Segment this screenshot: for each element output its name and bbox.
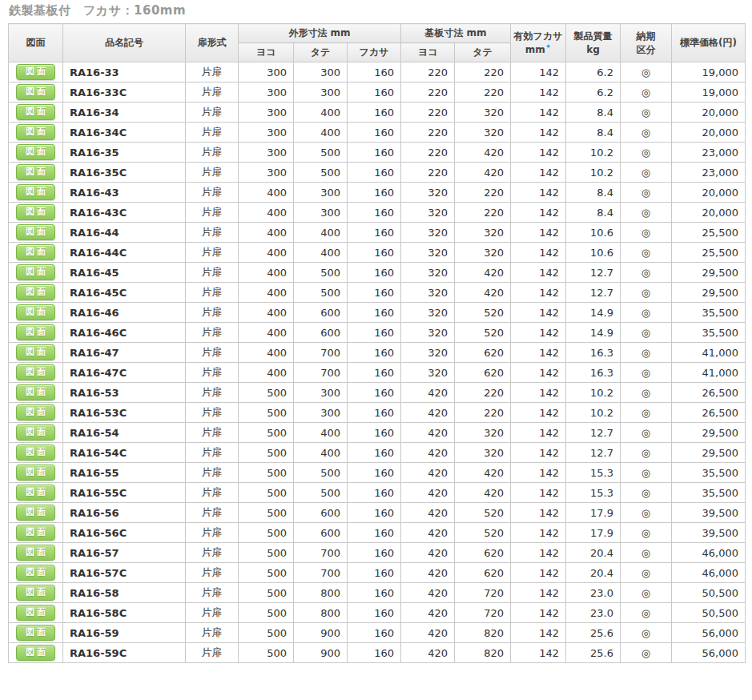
drawing-button[interactable]: 図面: [16, 525, 55, 541]
outer-height-cell: 800: [294, 583, 348, 603]
drawing-button[interactable]: 図面: [16, 164, 55, 180]
col-header-door-type: 扉形式: [186, 24, 239, 62]
outer-depth-cell: 160: [348, 583, 401, 603]
outer-depth-cell: 160: [348, 343, 401, 363]
outer-width-cell: 400: [239, 183, 294, 203]
board-width-cell: 420: [401, 523, 455, 543]
drawing-button[interactable]: 図面: [16, 284, 55, 300]
delivery-mark: ◎: [621, 463, 672, 483]
board-height-cell: 820: [455, 643, 511, 663]
delivery-mark: ◎: [621, 563, 672, 583]
price-cell: 29,500: [672, 443, 746, 463]
drawing-button[interactable]: 図面: [16, 144, 55, 160]
drawing-button[interactable]: 図面: [16, 64, 55, 80]
product-code-cell: RA16-35: [63, 143, 186, 163]
drawing-button-cell: 図面: [9, 403, 63, 423]
door-type-cell: 片扉: [186, 283, 239, 303]
outer-height-cell: 600: [294, 323, 348, 343]
drawing-button[interactable]: 図面: [16, 545, 55, 561]
drawing-button-cell: 図面: [9, 563, 63, 583]
drawing-button-cell: 図面: [9, 183, 63, 203]
outer-height-cell: 500: [294, 143, 348, 163]
delivery-mark: ◎: [621, 223, 672, 243]
table-row: 図面RA16-44片扉40040016032032014210.6◎25,500: [9, 223, 746, 243]
board-height-cell: 620: [455, 543, 511, 563]
col-subheader-outer-height: タテ: [294, 43, 348, 62]
price-cell: 29,500: [672, 283, 746, 303]
col-group-board-dimensions: 基板寸法 mm: [401, 24, 511, 43]
effective-depth-cell: 142: [511, 62, 566, 82]
price-cell: 35,500: [672, 303, 746, 323]
drawing-button[interactable]: 図面: [16, 364, 55, 380]
weight-cell: 20.4: [566, 563, 621, 583]
drawing-button[interactable]: 図面: [16, 645, 55, 661]
effective-depth-cell: 142: [511, 203, 566, 223]
effective-depth-cell: 142: [511, 463, 566, 483]
weight-cell: 10.2: [566, 403, 621, 423]
drawing-button[interactable]: 図面: [16, 264, 55, 280]
outer-width-cell: 300: [239, 163, 294, 183]
price-cell: 26,500: [672, 403, 746, 423]
delivery-mark: ◎: [621, 123, 672, 143]
drawing-button[interactable]: 図面: [16, 445, 55, 461]
delivery-mark: ◎: [621, 543, 672, 563]
door-type-cell: 片扉: [186, 143, 239, 163]
price-cell: 20,000: [672, 183, 746, 203]
outer-width-cell: 400: [239, 263, 294, 283]
product-code-cell: RA16-44C: [63, 243, 186, 263]
drawing-button[interactable]: 図面: [16, 605, 55, 621]
drawing-button[interactable]: 図面: [16, 124, 55, 140]
weight-cell: 14.9: [566, 303, 621, 323]
table-row: 図面RA16-54片扉50040016042032014212.7◎29,500: [9, 423, 746, 443]
weight-cell: 25.6: [566, 643, 621, 663]
drawing-button[interactable]: 図面: [16, 244, 55, 260]
outer-width-cell: 500: [239, 583, 294, 603]
weight-cell: 16.3: [566, 343, 621, 363]
effective-depth-cell: 142: [511, 423, 566, 443]
drawing-button[interactable]: 図面: [16, 485, 55, 501]
effective-depth-cell: 142: [511, 323, 566, 343]
drawing-button[interactable]: 図面: [16, 84, 55, 100]
drawing-button[interactable]: 図面: [16, 384, 55, 400]
price-cell: 19,000: [672, 62, 746, 82]
door-type-cell: 片扉: [186, 223, 239, 243]
delivery-mark: ◎: [621, 603, 672, 623]
drawing-button[interactable]: 図面: [16, 184, 55, 200]
drawing-button[interactable]: 図面: [16, 344, 55, 360]
outer-width-cell: 500: [239, 643, 294, 663]
drawing-button[interactable]: 図面: [16, 424, 55, 441]
outer-depth-cell: 160: [348, 303, 401, 323]
outer-depth-cell: 160: [348, 263, 401, 283]
outer-width-cell: 500: [239, 563, 294, 583]
weight-cell: 10.2: [566, 383, 621, 403]
effective-depth-cell: 142: [511, 223, 566, 243]
drawing-button[interactable]: 図面: [16, 204, 55, 220]
drawing-button[interactable]: 図面: [16, 104, 55, 120]
drawing-button[interactable]: 図面: [16, 404, 55, 420]
drawing-button[interactable]: 図面: [16, 304, 55, 320]
drawing-button[interactable]: 図面: [16, 585, 55, 601]
weight-cell: 16.3: [566, 363, 621, 383]
drawing-button[interactable]: 図面: [16, 324, 55, 340]
drawing-button[interactable]: 図面: [16, 625, 55, 641]
board-height-cell: 620: [455, 343, 511, 363]
price-cell: 50,500: [672, 583, 746, 603]
outer-width-cell: 400: [239, 243, 294, 263]
outer-height-cell: 700: [294, 363, 348, 383]
delivery-mark: ◎: [621, 403, 672, 423]
drawing-button[interactable]: 図面: [16, 224, 55, 240]
outer-depth-cell: 160: [348, 283, 401, 303]
product-code-cell: RA16-56C: [63, 523, 186, 543]
outer-height-cell: 900: [294, 643, 348, 663]
table-row: 図面RA16-44C片扉40040016032032014210.6◎25,50…: [9, 243, 746, 263]
drawing-button-cell: 図面: [9, 523, 63, 543]
delivery-mark: ◎: [621, 623, 672, 643]
price-cell: 20,000: [672, 123, 746, 143]
drawing-button[interactable]: 図面: [16, 505, 55, 521]
outer-depth-cell: 160: [348, 62, 401, 82]
outer-width-cell: 500: [239, 383, 294, 403]
drawing-button[interactable]: 図面: [16, 565, 55, 581]
price-cell: 56,000: [672, 643, 746, 663]
board-height-cell: 320: [455, 103, 511, 123]
drawing-button[interactable]: 図面: [16, 465, 55, 481]
